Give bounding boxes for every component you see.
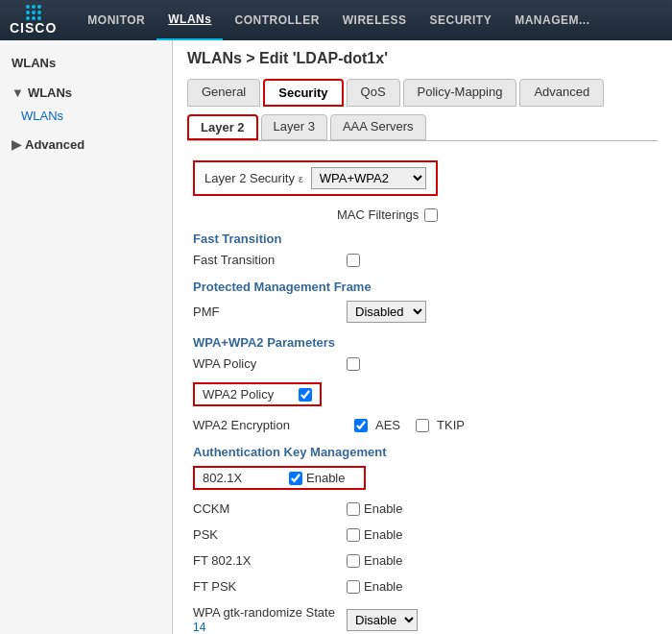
dot1x-checkbox[interactable] (289, 472, 302, 485)
form-section: Layer 2 Security ε WPA+WPA2 None Static … (187, 151, 658, 634)
sidebar-arrow-advanced: ▶ (12, 137, 21, 152)
ft-psk-row: FT PSK Enable (187, 576, 658, 597)
pmf-header: Protected Management Frame (193, 280, 652, 294)
pmf-row: PMF Disabled Optional Required (187, 298, 658, 326)
wpa-policy-row: WPA Policy (187, 354, 658, 374)
wpa2-tkip-checkbox[interactable] (416, 419, 429, 432)
fast-transition-header: Fast Transition (193, 232, 652, 246)
ft-dot1x-row: FT 802.1X Enable (187, 550, 658, 571)
wpa2-tkip-label: TKIP (437, 418, 465, 432)
tab-policy-mapping[interactable]: Policy-Mapping (403, 79, 517, 107)
nav-management[interactable]: MANAGEM... (503, 0, 601, 40)
layer2-security-container: Layer 2 Security ε WPA+WPA2 None Static … (187, 157, 658, 200)
pmf-label: PMF (193, 305, 347, 319)
wpa2-policy-label: WPA2 Policy (203, 387, 299, 402)
tab-general[interactable]: General (187, 79, 260, 107)
psk-enable-label: Enable (364, 527, 402, 542)
cisco-text: CISCO (10, 20, 57, 36)
wpa-policy-label: WPA Policy (193, 356, 347, 371)
wpa2-encryption-label: WPA2 Encryption (193, 418, 347, 432)
layer2-security-label: Layer 2 Security (204, 171, 295, 185)
wpa2-aes-label: AES (375, 418, 400, 432)
gtk-label-container: WPA gtk-randomize State 14 (193, 605, 347, 634)
tab-security[interactable]: Security (263, 79, 343, 107)
wpa2-policy-box: WPA2 Policy (193, 382, 322, 406)
wpa-policy-checkbox[interactable] (347, 357, 360, 371)
cckm-checkbox[interactable] (347, 502, 360, 516)
dot1x-label: 802.1X (203, 471, 289, 485)
top-navigation: CISCO MONITOR WLANs CONTROLLER WIRELESS … (0, 0, 672, 40)
main-layout: WLANs ▼ WLANs WLANs ▶ Advanced WLANs > E… (0, 40, 672, 634)
main-tabs: General Security QoS Policy-Mapping Adva… (187, 79, 658, 107)
nav-wireless[interactable]: WIRELESS (331, 0, 419, 40)
ft-psk-checkbox[interactable] (347, 580, 360, 594)
cckm-label: CCKM (193, 501, 347, 516)
cckm-enable-label: Enable (364, 501, 402, 516)
sidebar: WLANs ▼ WLANs WLANs ▶ Advanced (0, 40, 173, 634)
psk-label: PSK (193, 527, 347, 542)
dot1x-container: 802.1X Enable (187, 463, 658, 493)
pmf-select[interactable]: Disabled Optional Required (347, 301, 426, 323)
sidebar-group-wlans[interactable]: ▼ WLANs (0, 80, 172, 106)
gtk-select[interactable]: Disable Enable (347, 609, 418, 631)
wpa2-encryption-row: WPA2 Encryption AES TKIP (187, 415, 658, 435)
sidebar-section-wlans: WLANs (0, 50, 172, 76)
dot1x-enable-label: Enable (306, 471, 345, 485)
wpa2-policy-container: WPA2 Policy (187, 379, 658, 409)
nav-monitor[interactable]: MONITOR (76, 0, 156, 40)
wpa2-policy-checkbox[interactable] (299, 388, 312, 402)
ft-dot1x-label: FT 802.1X (193, 553, 347, 568)
nav-wlans[interactable]: WLANs (156, 0, 223, 40)
cckm-row: CCKM Enable (187, 499, 658, 519)
tab-advanced[interactable]: Advanced (519, 79, 604, 107)
fast-transition-checkbox[interactable] (347, 254, 360, 267)
psk-row: PSK Enable (187, 524, 658, 545)
page-title: WLANs > Edit 'LDAP-dot1x' (187, 50, 658, 67)
dot1x-box: 802.1X Enable (193, 466, 366, 490)
sidebar-group-label: WLANs (28, 85, 72, 100)
wpa-params-header: WPA+WPA2 Parameters (193, 335, 652, 350)
sub-tab-layer3[interactable]: Layer 3 (261, 114, 327, 140)
ft-psk-label: FT PSK (193, 579, 347, 594)
psk-checkbox[interactable] (347, 528, 360, 542)
sidebar-item-wlans[interactable]: WLANs (0, 106, 172, 126)
fast-transition-label: Fast Transition (193, 253, 347, 267)
ft-dot1x-enable-label: Enable (364, 553, 402, 568)
tab-qos[interactable]: QoS (347, 79, 400, 107)
gtk-label: WPA gtk-randomize State (193, 605, 347, 620)
cisco-logo: CISCO (10, 5, 57, 36)
sub-tabs: Layer 2 Layer 3 AAA Servers (187, 114, 658, 141)
layer2-security-suffix: ε (299, 173, 303, 184)
sidebar-advanced-label: Advanced (25, 137, 84, 152)
mac-filtering-label: MAC Filterings (337, 207, 419, 222)
wpa2-aes-checkbox[interactable] (354, 419, 368, 432)
layer2-security-box: Layer 2 Security ε WPA+WPA2 None Static … (193, 160, 438, 196)
nav-menu: MONITOR WLANs CONTROLLER WIRELESS SECURI… (76, 0, 601, 40)
nav-controller[interactable]: CONTROLLER (223, 0, 330, 40)
sub-tab-aaa[interactable]: AAA Servers (330, 114, 426, 140)
sidebar-arrow-wlans: ▼ (12, 85, 24, 100)
gtk-link[interactable]: 14 (193, 621, 205, 634)
ft-dot1x-checkbox[interactable] (347, 554, 360, 568)
nav-security[interactable]: SECURITY (418, 0, 503, 40)
layer2-security-select[interactable]: WPA+WPA2 None Static WEP CKIP (311, 167, 426, 189)
sidebar-advanced[interactable]: ▶ Advanced (0, 132, 172, 158)
gtk-row: WPA gtk-randomize State 14 Disable Enabl… (187, 602, 658, 634)
content-area: WLANs > Edit 'LDAP-dot1x' General Securi… (173, 40, 672, 634)
fast-transition-row: Fast Transition (187, 250, 658, 270)
sub-tab-layer2[interactable]: Layer 2 (187, 114, 258, 140)
auth-key-header: Authentication Key Management (193, 445, 652, 459)
ft-psk-enable-label: Enable (364, 579, 402, 594)
mac-filtering-checkbox[interactable] (424, 208, 438, 222)
mac-filtering-row: MAC Filterings (331, 207, 658, 222)
cisco-dots (26, 5, 41, 9)
